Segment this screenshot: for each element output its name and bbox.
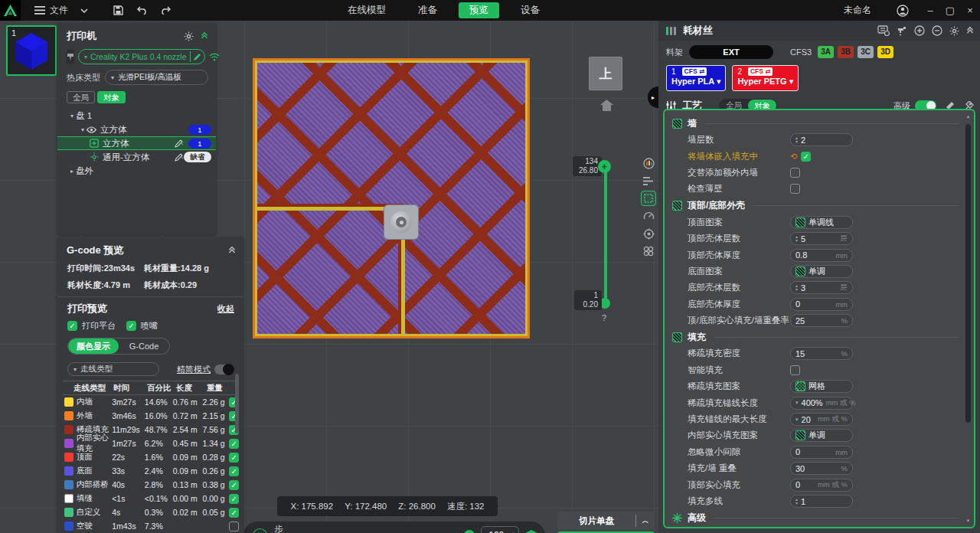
scrollbar-thumb[interactable] (965, 124, 971, 423)
setting-control[interactable]: 单调线 (790, 216, 853, 229)
tree-row-2[interactable]: 立方体1 (57, 136, 216, 150)
speed-view-icon[interactable] (641, 208, 656, 224)
printer-select[interactable]: ▾ Creality K2 Plus 0.4 nozzle (78, 49, 205, 64)
tree-caret-icon[interactable]: ▸ (68, 168, 76, 175)
line-type-list-icon[interactable] (641, 173, 656, 188)
tree-caret-icon[interactable]: ▾ (79, 126, 87, 133)
chevron-down-icon[interactable]: ▾ (795, 400, 799, 406)
setting-control[interactable]: 30% (790, 462, 853, 475)
setting-control[interactable]: ▾20mm 或 % (790, 413, 853, 426)
tree-caret-icon[interactable]: ▾ (68, 113, 76, 119)
cfs-sync-tag[interactable]: CFS ⇄ (682, 67, 707, 76)
setting-checkbox[interactable] (790, 168, 800, 178)
setting-control[interactable]: 0mm (790, 298, 853, 311)
nozzle-icon-button[interactable] (67, 50, 74, 64)
scroll-up-icon[interactable]: ▴ (965, 113, 972, 119)
gcode-collapse-icon[interactable] (228, 247, 236, 254)
setting-control[interactable]: 15% (790, 347, 853, 360)
tab-gcode[interactable]: G-Code (119, 338, 169, 354)
setting-control[interactable]: 25% (790, 314, 853, 327)
setting-control[interactable]: ▴▾5层 (790, 232, 853, 245)
printer-scope-tab-1[interactable]: 对象 (97, 91, 126, 103)
menu-chevron-icon[interactable] (74, 0, 94, 21)
settings-scrollbar[interactable]: ▴ ▾ (965, 113, 972, 524)
printer-settings-icon[interactable] (184, 31, 194, 41)
spinner-arrows-icon[interactable]: ▴▾ (795, 235, 798, 243)
line-type-checkbox[interactable]: ✓ (229, 453, 239, 463)
spinner-arrows-icon[interactable]: ▴▾ (795, 136, 798, 144)
setting-control[interactable]: 0mm (790, 446, 853, 459)
cfs-sync-tag[interactable]: CFS ⇄ (748, 67, 773, 76)
view-cube[interactable]: 上 (589, 57, 622, 90)
printer-collapse-icon[interactable] (201, 32, 208, 40)
filament-card-2[interactable]: 2CFS ⇄Hyper PETG ▾ (732, 65, 799, 91)
eye-icon[interactable] (87, 126, 96, 133)
setting-control[interactable]: 45° (790, 528, 853, 528)
tree-row-4[interactable]: ▸盘外 (57, 164, 216, 178)
remove-filament-icon[interactable] (932, 25, 942, 36)
save-icon[interactable] (108, 0, 128, 21)
color-scheme-icon[interactable] (641, 155, 656, 171)
panel-expand-tab[interactable]: ▸ (648, 87, 658, 108)
steps-slider-handle[interactable] (464, 530, 475, 533)
setting-control[interactable]: 单调 (790, 429, 853, 442)
cfs-slot-3C[interactable]: 3C (858, 46, 874, 58)
setting-control[interactable]: ▴▾1 (790, 495, 853, 508)
grid-view-icon[interactable] (641, 191, 656, 206)
setting-control[interactable]: 0.8mm (790, 249, 853, 262)
tab-1[interactable]: 准备 (407, 2, 448, 18)
scroll-down-icon[interactable]: ▾ (965, 518, 972, 524)
setting-checkbox[interactable]: ✓ (801, 152, 811, 162)
tree-row-3[interactable]: 通用-立方体缺省 (57, 150, 216, 164)
filament-name-dropdown[interactable]: Hyper PETG ▾ (737, 77, 793, 87)
line-type-checkbox[interactable]: ✓ (229, 494, 239, 504)
maximize-button[interactable]: ▢ (940, 0, 960, 21)
tab-color-display[interactable]: 颜色显示 (68, 338, 119, 354)
filament-name-dropdown[interactable]: Hyper PLA ▾ (671, 77, 720, 87)
bed-type-select[interactable]: ▾ 光滑PEI板/高温板 (105, 70, 208, 85)
collapse-link[interactable]: 收起 (217, 303, 234, 315)
undo-icon[interactable] (132, 0, 152, 21)
edit-object-icon[interactable] (175, 139, 184, 148)
edit-object-icon[interactable] (175, 153, 184, 162)
line-type-checkbox[interactable] (229, 522, 239, 531)
setting-checkbox[interactable] (790, 184, 800, 194)
tab-2[interactable]: 预览 (459, 2, 499, 18)
cfs-slot-3B[interactable]: 3B (838, 46, 854, 58)
play-button[interactable] (253, 528, 267, 533)
cfs-slot-3D[interactable]: 3D (877, 46, 893, 58)
slice-plate-button[interactable]: 切片单盘︿ (557, 512, 655, 530)
setting-control[interactable]: 0mm 或 % (790, 479, 853, 492)
spinner-arrows-icon[interactable]: ▴▾ (795, 498, 798, 505)
chevron-down-icon[interactable]: ▾ (795, 417, 799, 423)
line-type-checkbox[interactable]: ✓ (229, 480, 239, 490)
home-view-icon[interactable] (599, 99, 614, 112)
setting-control[interactable]: 网格 (790, 380, 853, 393)
layer-slider-hint[interactable]: ? (602, 313, 606, 322)
plate-thumbnail[interactable]: 1 (6, 25, 57, 76)
close-button[interactable]: × (960, 0, 980, 21)
filament-card-1[interactable]: 1CFS ⇄Hyper PLA ▾ (666, 65, 726, 91)
spinner-arrows-icon[interactable]: ▴▾ (795, 284, 798, 292)
line-type-select[interactable]: ▾ 走线类型 (67, 362, 159, 376)
wifi-icon[interactable] (209, 53, 220, 61)
setting-control[interactable]: ▾400%mm 或 % (790, 397, 853, 410)
app-logo[interactable] (0, 0, 21, 21)
line-type-checkbox[interactable]: ✓ (229, 466, 239, 476)
add-filament-icon[interactable] (914, 25, 925, 36)
filament-settings-icon[interactable] (949, 26, 959, 36)
simple-mode-toggle[interactable] (214, 365, 234, 374)
ext-rack-button[interactable]: EXT (689, 45, 773, 59)
layers-icon[interactable] (525, 530, 537, 533)
slice-options-chevron[interactable]: ︿ (636, 516, 655, 526)
layer-slider-track[interactable] (604, 171, 607, 302)
nozzle-checkbox[interactable]: ✓ (126, 321, 136, 331)
printer-scope-tab-0[interactable]: 全局 (67, 91, 95, 103)
setting-control[interactable]: ▴▾2 (790, 133, 853, 146)
purge-filament-icon[interactable] (897, 25, 907, 36)
filament-collapse-icon[interactable] (966, 27, 974, 34)
setting-checkbox[interactable] (790, 365, 800, 375)
steps-value-input[interactable]: 100 ▴▾ (481, 526, 519, 533)
table-scrollbar[interactable] (235, 374, 239, 433)
setting-control[interactable]: 单调 (790, 265, 853, 278)
